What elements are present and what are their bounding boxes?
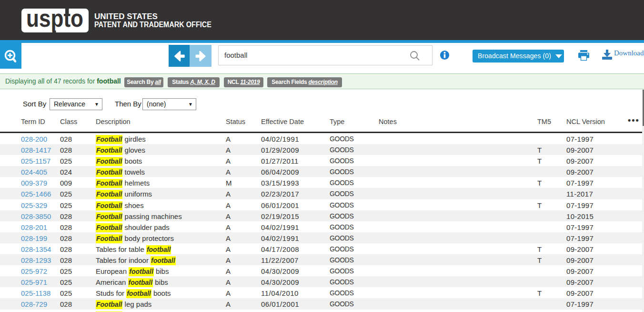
svg-text:PATENT AND TRADEMARK OFFICE: PATENT AND TRADEMARK OFFICE bbox=[94, 21, 211, 29]
svg-text:uspto: uspto bbox=[26, 4, 83, 32]
svg-text:UNITED STATES: UNITED STATES bbox=[94, 12, 158, 21]
